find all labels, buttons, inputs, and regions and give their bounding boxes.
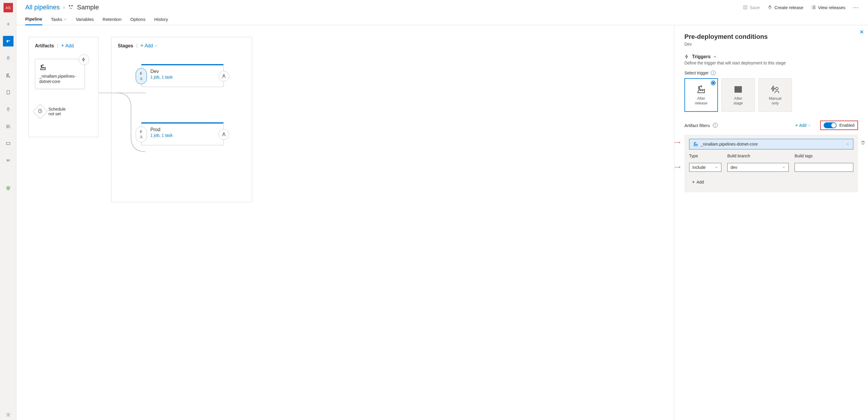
factory-icon (696, 84, 706, 94)
post-deployment-badge-prod[interactable] (219, 129, 229, 140)
svg-rect-5 (6, 40, 8, 43)
trigger-after-stage[interactable]: Afterstage (721, 78, 755, 112)
post-deployment-badge-dev[interactable] (219, 71, 229, 82)
bolt-person-icon (770, 84, 780, 94)
arrow-indicator: ⟶ (675, 165, 680, 169)
svg-rect-6 (8, 40, 10, 41)
schedule-row[interactable]: Schedule not set (35, 106, 92, 117)
arrow-indicator: ⟶ (675, 140, 680, 145)
factory-icon (693, 141, 698, 147)
artifact-card[interactable]: _ninallam.pipelines-dotnet-core (35, 59, 85, 89)
add-filter-row-button[interactable]: +Add (689, 178, 707, 187)
save-button[interactable]: Save (743, 5, 760, 10)
svg-rect-7 (7, 91, 9, 94)
enabled-toggle[interactable] (824, 122, 837, 128)
header: All pipelines › Sample Save Create relea… (17, 0, 868, 13)
tab-pipeline[interactable]: Pipeline (25, 13, 42, 25)
header-actions: Save Create release View releases ··· (743, 4, 859, 10)
panel-stage-name: Dev (684, 42, 858, 47)
trigger-manual-only[interactable]: Manualonly (758, 78, 792, 112)
stage-name: Dev (150, 69, 173, 74)
tab-options[interactable]: Options (130, 13, 146, 25)
left-rail: AS (0, 0, 17, 420)
info-icon[interactable]: i (711, 71, 716, 75)
nav-deploy-icon[interactable] (3, 155, 13, 166)
stack-icon (733, 84, 743, 94)
create-release-button[interactable]: Create release (767, 5, 803, 10)
svg-rect-10 (69, 5, 70, 6)
new-icon[interactable] (3, 19, 13, 29)
breadcrumb: All pipelines › Sample (25, 3, 99, 11)
stage-card-prod[interactable]: Prod 1 job, 1 task (141, 122, 223, 145)
pipeline-canvas: Artifacts | +Add _ninallam.pipelines-dot… (17, 25, 674, 420)
chevron-down-icon (715, 166, 718, 169)
panel-title: Pre-deployment conditions (684, 33, 858, 40)
settings-icon[interactable] (3, 410, 13, 420)
close-button[interactable]: ✕ (860, 29, 864, 35)
breadcrumb-root[interactable]: All pipelines (25, 3, 60, 11)
chevron-down-icon (154, 44, 158, 48)
stages-section: Stages | +Add Dev 1 job, 1 task (111, 37, 252, 202)
add-filter-button[interactable]: +Add (795, 123, 811, 128)
svg-rect-8 (6, 142, 10, 145)
stage-meta[interactable]: 1 job, 1 task (150, 133, 173, 138)
filter-artifact-row[interactable]: _ninallam.pipelines-dotnet-core (689, 139, 853, 149)
artifacts-title: Artifacts (35, 43, 54, 49)
triggers-description: Define the trigger that will start deplo… (684, 61, 858, 65)
col-type-label: Type (689, 153, 721, 158)
filter-block: ⟶ _ninallam.pipelines-dotnet-core Type B… (684, 135, 858, 192)
chevron-down-icon (782, 166, 785, 169)
triggers-section-header[interactable]: Triggers (684, 54, 858, 59)
save-icon (743, 5, 748, 10)
list-icon (811, 5, 816, 10)
more-menu[interactable]: ··· (853, 4, 859, 10)
pipelines-icon[interactable] (3, 53, 13, 63)
stage-meta[interactable]: 1 job, 1 task (150, 75, 173, 79)
bolt-icon (81, 57, 87, 62)
chevron-down-icon (808, 123, 811, 127)
artifact-trigger-badge[interactable] (79, 54, 89, 65)
tab-variables[interactable]: Variables (76, 13, 94, 25)
add-artifact-button[interactable]: +Add (61, 43, 74, 49)
stages-title: Stages (118, 43, 133, 49)
boards-icon[interactable] (3, 36, 13, 47)
pre-deployment-badge-prod[interactable] (136, 127, 147, 142)
tags-input[interactable] (795, 163, 853, 172)
artifact-filters-label: Artifact filters (684, 123, 710, 128)
bolt-icon (139, 72, 143, 76)
chevron-right-icon: › (63, 5, 65, 10)
person-icon (221, 74, 226, 79)
nav-factory-icon[interactable] (3, 70, 13, 81)
nav-server-icon[interactable] (3, 87, 13, 97)
tabs: Pipeline Tasks Variables Retention Optio… (17, 13, 868, 25)
trigger-after-release[interactable]: Afterrelease (684, 78, 718, 112)
avatar[interactable]: AS (3, 3, 13, 12)
bolt-gear-icon (684, 54, 690, 59)
tab-history[interactable]: History (154, 13, 168, 25)
type-select[interactable]: Include (689, 163, 721, 172)
nav-rocket-icon[interactable] (3, 104, 13, 115)
chevron-up-icon (713, 55, 717, 59)
trash-icon (860, 140, 866, 145)
svg-point-9 (7, 414, 9, 416)
tab-tasks[interactable]: Tasks (51, 13, 67, 25)
tab-retention[interactable]: Retention (102, 13, 121, 25)
bolt-icon (139, 130, 143, 134)
info-icon[interactable]: i (713, 123, 718, 128)
chevron-down-icon (63, 18, 67, 21)
pre-deployment-badge-dev[interactable] (136, 68, 147, 84)
factory-icon (39, 64, 46, 71)
branch-select[interactable]: dev (727, 163, 789, 172)
delete-filter-button[interactable] (860, 140, 866, 146)
chevron-up-icon (846, 142, 849, 146)
col-tags-label: Build tags (795, 153, 853, 158)
stage-card-dev[interactable]: Dev 1 job, 1 task (141, 64, 223, 87)
add-stage-button[interactable]: +Add (141, 43, 158, 49)
view-releases-button[interactable]: View releases (811, 5, 845, 10)
nav-shield-icon[interactable] (3, 183, 13, 194)
nav-library-icon[interactable] (3, 121, 13, 132)
artifacts-section: Artifacts | +Add _ninallam.pipelines-dot… (28, 37, 99, 137)
side-panel: ✕ Pre-deployment conditions Dev Triggers… (674, 25, 868, 420)
nav-task-icon[interactable] (3, 138, 13, 149)
col-branch-label: Build branch (727, 153, 789, 158)
